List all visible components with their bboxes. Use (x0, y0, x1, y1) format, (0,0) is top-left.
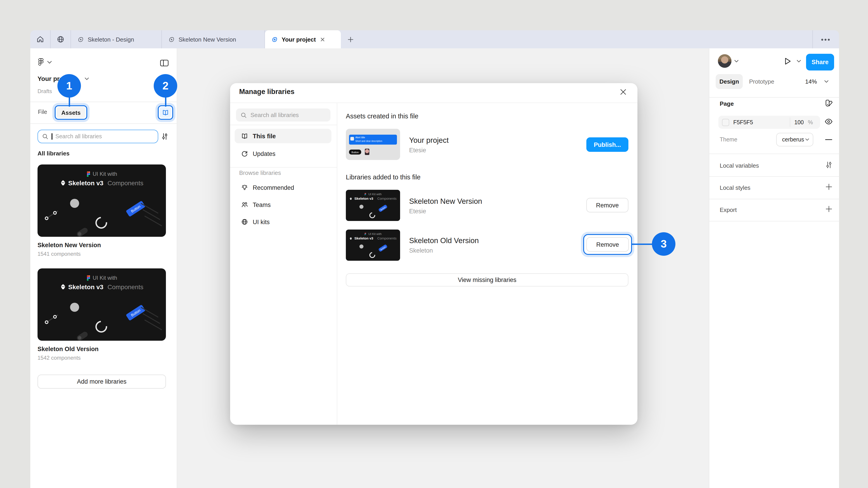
tab-assets-label: Assets (61, 109, 81, 116)
tab-skeleton-design[interactable]: Skeleton - Design (71, 30, 161, 48)
tab-your-project[interactable]: Your project (265, 30, 341, 48)
divider (709, 97, 839, 98)
community-button[interactable] (51, 30, 70, 48)
library-card-thumbnail[interactable]: UI Kit with Skeleton v3 Components Butto… (37, 268, 166, 341)
page-section-heading: Page (720, 100, 734, 107)
remove-theme-minus-icon[interactable] (825, 139, 832, 140)
thumb-button-chip: Button (126, 304, 146, 321)
libraries-button[interactable] (158, 105, 173, 120)
thumb-knob (70, 199, 79, 208)
refresh-icon (241, 150, 248, 157)
zoom-level[interactable]: 14% (805, 78, 817, 85)
avatar[interactable] (718, 54, 732, 68)
annotation-step-3: 3 (652, 232, 675, 256)
home-button[interactable] (30, 30, 50, 48)
color-swatch[interactable] (722, 119, 729, 126)
tab-design[interactable]: Design (716, 74, 743, 89)
thumb-accordion-line (143, 313, 160, 324)
thumb-line1: UI Kit with (37, 171, 166, 177)
project-thumbnail: Alert title Short and clear description … (346, 129, 400, 160)
visibility-eye-icon[interactable] (824, 117, 833, 126)
close-tab-icon[interactable] (319, 36, 325, 42)
remove-library-button[interactable]: Remove (586, 198, 628, 213)
chevron-down-icon[interactable] (824, 80, 829, 83)
assets-created-heading: Assets created in this file (346, 112, 418, 120)
theme-dropdown[interactable]: cerberus (776, 133, 813, 147)
tab-label: Skeleton New Version (179, 36, 236, 43)
library-card-thumbnail[interactable]: UI Kit with Skeleton v3 Components Butto… (37, 164, 166, 237)
filter-icon[interactable] (161, 132, 168, 140)
opacity-value[interactable]: 100 (794, 119, 804, 126)
dialog-search-input[interactable]: Search all libraries (236, 108, 331, 122)
new-tab-button[interactable] (341, 30, 360, 48)
book-icon (162, 109, 169, 116)
chevron-down-icon[interactable] (47, 61, 52, 64)
thumb-accordion-line (145, 216, 162, 226)
publish-button[interactable]: Publish... (586, 137, 628, 152)
chevron-down-icon[interactable] (797, 60, 801, 63)
browse-libraries-heading: Browse libraries (239, 169, 281, 176)
nav-ui-kits[interactable]: UI kits (235, 215, 331, 229)
close-dialog-icon[interactable] (619, 88, 627, 96)
tab-label: Your project (282, 36, 316, 43)
library-row-title: Skeleton Old Version (409, 236, 479, 245)
nav-teams[interactable]: Teams (235, 197, 331, 212)
thumb-accordion-line (145, 320, 162, 330)
tab-prototype[interactable]: Prototype (749, 78, 774, 85)
thumb-slider (44, 313, 59, 325)
figma-logo-icon[interactable] (37, 57, 44, 67)
tab-file[interactable]: File (38, 109, 47, 115)
panel-toggle-icon[interactable] (160, 60, 168, 66)
tab-label: Skeleton - Design (88, 36, 134, 43)
add-export-button[interactable] (826, 205, 832, 213)
opacity-unit: % (808, 119, 813, 126)
divider (337, 103, 337, 425)
library-row-thumbnail: UI Kit with Skeleton v3 Components Butto… (346, 190, 400, 221)
thumb-slider (44, 209, 59, 221)
project-subtitle: Etesie (409, 147, 426, 154)
add-style-button[interactable] (826, 184, 832, 190)
tab-assets[interactable]: Assets (55, 105, 87, 120)
figma-app: Skeleton - Design Skeleton New Version Y… (0, 0, 868, 488)
thumb-accordion-line (141, 307, 158, 318)
share-button[interactable]: Share (806, 54, 834, 70)
thumb-knob (360, 245, 364, 249)
divider (709, 154, 839, 154)
thumb-line1: UI Kit with (37, 275, 166, 281)
remove-library-button[interactable]: Remove (586, 237, 629, 252)
alert-icon (350, 137, 354, 140)
text-caret (52, 133, 52, 140)
color-hex-value[interactable]: F5F5F5 (733, 119, 753, 126)
divider (709, 199, 839, 199)
skull-icon (349, 237, 352, 240)
ellipsis-icon: ••• (821, 35, 831, 43)
thumb-button-chip: Button (349, 150, 361, 155)
chevron-down-icon[interactable] (734, 60, 739, 63)
chevron-down-icon[interactable] (85, 77, 89, 80)
alert-banner: Alert title Short and clear description (349, 135, 397, 144)
window-menu-button[interactable]: ••• (813, 30, 839, 48)
local-styles-label: Local styles (720, 184, 750, 191)
local-variables-button[interactable] (826, 161, 832, 169)
library-card-title[interactable]: Skeleton Old Version (37, 346, 98, 352)
library-search-input[interactable]: Search all libraries (37, 130, 158, 143)
lightbulb-icon (241, 184, 248, 191)
add-more-libraries-button[interactable]: Add more libraries (37, 375, 166, 389)
thumb-spinner (368, 211, 377, 220)
dialog-title: Manage libraries (239, 88, 294, 96)
local-variables-label: Local variables (720, 162, 759, 169)
left-sidebar: Your project Drafts File Assets Search a… (30, 48, 177, 488)
library-card-title[interactable]: Skeleton New Version (37, 242, 101, 249)
library-row-title: Skeleton New Version (409, 197, 482, 205)
nav-recommended[interactable]: Recommended (235, 180, 331, 195)
tab-skeleton-new-version[interactable]: Skeleton New Version (162, 30, 265, 48)
styles-swatchbook-icon[interactable] (825, 99, 833, 107)
thumb-spinner (368, 251, 377, 259)
view-missing-libraries-button[interactable]: View missing libraries (346, 273, 628, 287)
nav-updates[interactable]: Updates (235, 147, 331, 161)
nav-this-file[interactable]: This file (235, 129, 331, 143)
teams-people-icon (241, 201, 248, 208)
search-icon (42, 133, 49, 140)
breadcrumb[interactable]: Drafts (37, 88, 52, 94)
present-play-icon[interactable] (783, 57, 792, 66)
